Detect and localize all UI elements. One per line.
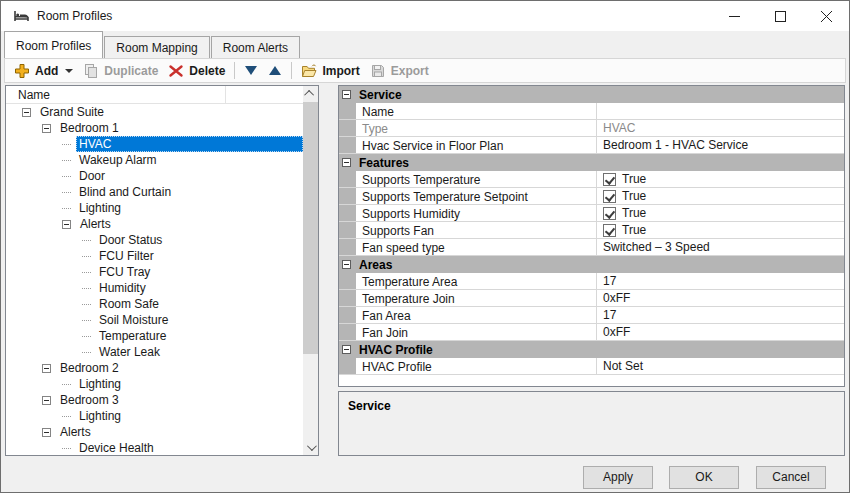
property-category-row[interactable]: HVAC Profile bbox=[339, 341, 844, 358]
tree-node[interactable]: Alerts bbox=[6, 424, 303, 440]
tree-node[interactable]: Bedroom 1 bbox=[6, 120, 303, 136]
property-value[interactable]: 17 bbox=[597, 273, 844, 289]
tree-node[interactable]: Lighting bbox=[6, 376, 303, 392]
checkbox-checked-icon[interactable] bbox=[603, 224, 616, 237]
move-down-icon[interactable] bbox=[245, 66, 257, 75]
property-label[interactable]: Fan speed type bbox=[356, 239, 597, 255]
tree-node-label[interactable]: Bedroom 2 bbox=[57, 360, 122, 376]
tree-node[interactable]: Lighting bbox=[6, 200, 303, 216]
apply-button[interactable]: Apply bbox=[583, 466, 653, 489]
tree-node[interactable]: Humidity bbox=[6, 280, 303, 296]
property-label[interactable]: Supports Temperature Setpoint bbox=[356, 188, 597, 204]
property-value[interactable]: True bbox=[597, 188, 844, 204]
property-value[interactable]: Switched – 3 Speed bbox=[597, 239, 844, 255]
tree-node-label[interactable]: Lighting bbox=[76, 408, 124, 424]
tree-node[interactable]: Door Status bbox=[6, 232, 303, 248]
tab-room-alerts[interactable]: Room Alerts bbox=[211, 36, 300, 58]
tree-node-label[interactable]: Temperature bbox=[96, 328, 169, 344]
minimize-button[interactable] bbox=[711, 1, 757, 31]
collapse-minus-icon[interactable] bbox=[342, 158, 351, 167]
property-category-row[interactable]: Service bbox=[339, 86, 844, 103]
tab-room-profiles[interactable]: Room Profiles bbox=[4, 31, 103, 58]
column-divider[interactable] bbox=[225, 86, 226, 103]
property-label[interactable]: HVAC Profile bbox=[356, 358, 597, 374]
delete-button[interactable]: Delete bbox=[163, 61, 230, 81]
import-button[interactable]: Import bbox=[296, 61, 364, 81]
property-value[interactable]: True bbox=[597, 222, 844, 238]
move-up-icon[interactable] bbox=[269, 66, 281, 75]
property-value[interactable]: 0xFF bbox=[597, 324, 844, 340]
tree-node[interactable]: Alerts bbox=[6, 216, 303, 232]
property-label[interactable]: Hvac Service in Floor Plan bbox=[356, 137, 597, 153]
tree-node[interactable]: Door bbox=[6, 168, 303, 184]
ok-button[interactable]: OK bbox=[669, 466, 739, 489]
tree-node-label[interactable]: Lighting bbox=[76, 200, 124, 216]
collapse-minus-icon[interactable] bbox=[22, 108, 31, 117]
tree-node[interactable]: Bedroom 2 bbox=[6, 360, 303, 376]
scroll-down-button[interactable] bbox=[303, 440, 318, 455]
tree-node[interactable]: Bedroom 3 bbox=[6, 392, 303, 408]
property-label[interactable]: Fan Area bbox=[356, 307, 597, 323]
tree-node[interactable]: Blind and Curtain bbox=[6, 184, 303, 200]
collapse-minus-icon[interactable] bbox=[342, 90, 351, 99]
collapse-minus-icon[interactable] bbox=[42, 428, 51, 437]
tree-node-label[interactable]: Water Leak bbox=[96, 344, 163, 360]
tree-node-label[interactable]: Grand Suite bbox=[37, 104, 107, 120]
checkbox-checked-icon[interactable] bbox=[603, 190, 616, 203]
property-label[interactable]: Temperature Join bbox=[356, 290, 597, 306]
tab-room-mapping[interactable]: Room Mapping bbox=[104, 36, 209, 58]
tree-node-label[interactable]: Wakeup Alarm bbox=[76, 152, 160, 168]
collapse-minus-icon[interactable] bbox=[342, 345, 351, 354]
tree-node[interactable]: Temperature bbox=[6, 328, 303, 344]
property-category-row[interactable]: Areas bbox=[339, 256, 844, 273]
tree-node[interactable]: Room Safe bbox=[6, 296, 303, 312]
property-label[interactable]: Fan Join bbox=[356, 324, 597, 340]
checkbox-checked-icon[interactable] bbox=[603, 207, 616, 220]
property-label[interactable]: Temperature Area bbox=[356, 273, 597, 289]
tree-node-label[interactable]: Room Safe bbox=[96, 296, 162, 312]
tree-node[interactable]: Device Health bbox=[6, 440, 303, 455]
tree-node[interactable]: Wakeup Alarm bbox=[6, 152, 303, 168]
scroll-up-button[interactable] bbox=[303, 86, 318, 101]
property-label[interactable]: Supports Temperature bbox=[356, 171, 597, 187]
collapse-minus-icon[interactable] bbox=[342, 260, 351, 269]
property-label[interactable]: Supports Humidity bbox=[356, 205, 597, 221]
close-button[interactable] bbox=[803, 1, 849, 31]
tree-node[interactable]: FCU Tray bbox=[6, 264, 303, 280]
tree-node[interactable]: Soil Moisture bbox=[6, 312, 303, 328]
property-value[interactable]: HVAC bbox=[597, 120, 844, 136]
property-label[interactable]: Type bbox=[356, 120, 597, 136]
dropdown-caret-icon[interactable] bbox=[65, 69, 73, 73]
tree-node-label[interactable]: Door Status bbox=[96, 232, 165, 248]
property-value[interactable]: Bedroom 1 - HVAC Service bbox=[597, 137, 844, 153]
add-button[interactable]: Add bbox=[9, 61, 78, 81]
tree-node-label[interactable]: FCU Filter bbox=[96, 248, 157, 264]
tree-node-label[interactable]: Alerts bbox=[77, 216, 114, 232]
property-category-row[interactable]: Features bbox=[339, 154, 844, 171]
collapse-minus-icon[interactable] bbox=[42, 396, 51, 405]
property-value[interactable]: 0xFF bbox=[597, 290, 844, 306]
tree-node-label[interactable]: Door bbox=[76, 168, 108, 184]
collapse-minus-icon[interactable] bbox=[42, 124, 51, 133]
property-value[interactable]: Not Set bbox=[597, 358, 844, 374]
collapse-minus-icon[interactable] bbox=[42, 364, 51, 373]
property-value[interactable]: True bbox=[597, 205, 844, 221]
tree-node[interactable]: Lighting bbox=[6, 408, 303, 424]
tree-node-label[interactable]: Alerts bbox=[57, 424, 94, 440]
tree-node-label[interactable]: Humidity bbox=[96, 280, 149, 296]
property-value[interactable]: True bbox=[597, 171, 844, 187]
tree-node[interactable]: Water Leak bbox=[6, 344, 303, 360]
tree-node-label[interactable]: FCU Tray bbox=[96, 264, 153, 280]
tree-node[interactable]: HVAC bbox=[6, 136, 303, 152]
checkbox-checked-icon[interactable] bbox=[603, 173, 616, 186]
property-value[interactable] bbox=[597, 103, 844, 119]
property-label[interactable]: Supports Fan bbox=[356, 222, 597, 238]
property-label[interactable]: Name bbox=[356, 103, 597, 119]
cancel-button[interactable]: Cancel bbox=[756, 466, 826, 489]
tree-node[interactable]: Grand Suite bbox=[6, 104, 303, 120]
tree-node-label[interactable]: Device Health bbox=[76, 440, 157, 455]
tree-scrollbar[interactable] bbox=[303, 86, 318, 455]
maximize-button[interactable] bbox=[757, 1, 803, 31]
property-value[interactable]: 17 bbox=[597, 307, 844, 323]
collapse-minus-icon[interactable] bbox=[62, 220, 71, 229]
